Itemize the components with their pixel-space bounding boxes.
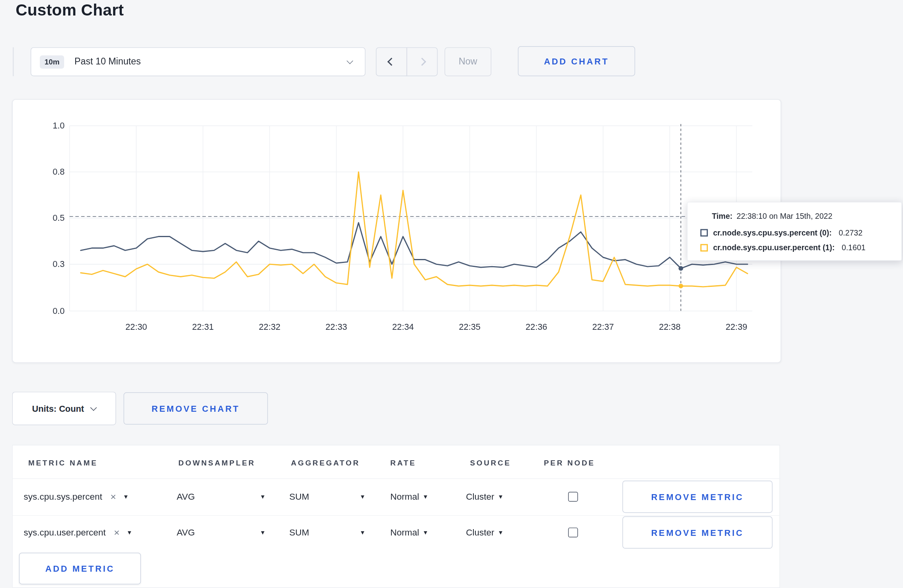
column-header-per-node: PER NODE [544, 459, 595, 467]
units-label: Units: Count [32, 403, 84, 413]
aggregator-dropdown[interactable]: SUM ▾ [289, 527, 365, 537]
source-dropdown[interactable]: Cluster ▾ [466, 492, 502, 502]
chevron-left-icon [387, 58, 396, 66]
caret-down-icon: ▾ [261, 493, 264, 500]
aggregator-value: SUM [289, 527, 309, 537]
now-button[interactable]: Now [445, 47, 491, 76]
series-sys-swatch-icon [700, 229, 708, 237]
aggregator-value: SUM [289, 492, 309, 502]
rate-value: Normal [390, 492, 419, 502]
clear-metric-icon[interactable]: × [114, 528, 119, 537]
per-node-checkbox[interactable] [568, 492, 578, 502]
chart-card: 1.00.80.50.30.022:3022:3122:3222:3322:34… [12, 99, 781, 363]
time-pager [376, 47, 438, 76]
metric-name-label: sys.cpu.user.percent [23, 527, 106, 537]
remove-metric-button[interactable]: REMOVE METRIC [622, 516, 772, 549]
time-range-label: Past 10 Minutes [74, 56, 141, 67]
clear-metric-icon[interactable]: × [110, 492, 116, 502]
column-header-aggregator: AGGREGATOR [291, 459, 360, 467]
tooltip-series-row: cr.node.sys.cpu.user.percent (1): 0.1601 [700, 243, 892, 252]
remove-chart-button[interactable]: REMOVE CHART [123, 392, 268, 424]
series-user-swatch-icon [700, 244, 708, 251]
caret-down-icon: ▾ [424, 529, 427, 536]
svg-text:22:38: 22:38 [659, 322, 680, 332]
svg-text:0.5: 0.5 [53, 213, 64, 223]
svg-text:0.3: 0.3 [53, 259, 64, 269]
tooltip-series-name: cr.node.sys.cpu.user.percent (1): [713, 243, 835, 252]
units-dropdown[interactable]: Units: Count [12, 392, 116, 425]
column-header-source: SOURCE [470, 459, 511, 467]
svg-text:22:31: 22:31 [192, 322, 214, 332]
add-metric-button[interactable]: ADD METRIC [19, 553, 141, 584]
rate-value: Normal [390, 527, 419, 537]
caret-down-icon: ▾ [424, 493, 427, 500]
caret-down-icon: ▾ [124, 493, 128, 500]
metric-name-dropdown[interactable]: sys.cpu.user.percent × ▾ [23, 527, 131, 537]
tooltip-series-value: 0.2732 [838, 228, 862, 237]
svg-text:22:39: 22:39 [725, 322, 747, 332]
tooltip-time-value: 22:38:10 on Mar 15th, 2022 [737, 212, 833, 220]
caret-down-icon: ▾ [499, 493, 502, 500]
tooltip-time-label: Time: [712, 212, 733, 220]
metric-name-label: sys.cpu.sys.percent [23, 492, 102, 502]
add-chart-button[interactable]: ADD CHART [518, 46, 635, 76]
column-header-metric-name: METRIC NAME [28, 459, 98, 467]
aggregator-dropdown[interactable]: SUM ▾ [289, 492, 365, 502]
svg-text:22:33: 22:33 [325, 322, 347, 332]
tooltip-series-name: cr.node.sys.cpu.sys.percent (0): [713, 228, 832, 237]
caret-down-icon: ▾ [128, 529, 131, 536]
downsampler-dropdown[interactable]: AVG ▾ [177, 527, 264, 537]
downsampler-dropdown[interactable]: AVG ▾ [177, 492, 264, 502]
rate-dropdown[interactable]: Normal ▾ [390, 527, 427, 537]
svg-text:22:30: 22:30 [125, 322, 147, 332]
time-range-badge: 10m [40, 55, 64, 68]
metric-row: sys.cpu.sys.percent × ▾ AVG ▾ SUM ▾ Norm… [13, 478, 781, 514]
chevron-down-icon [90, 404, 97, 411]
caret-down-icon: ▾ [499, 529, 502, 536]
svg-text:22:36: 22:36 [526, 322, 547, 332]
caret-down-icon: ▾ [361, 493, 364, 500]
column-header-downsampler: DOWNSAMPLER [178, 459, 255, 467]
caret-down-icon: ▾ [361, 529, 364, 536]
source-value: Cluster [466, 492, 494, 502]
per-node-cell [568, 492, 578, 502]
tooltip-time: Time:22:38:10 on Mar 15th, 2022 [712, 212, 892, 220]
prev-time-button[interactable] [376, 47, 407, 76]
caret-down-icon: ▾ [261, 529, 264, 536]
rate-dropdown[interactable]: Normal ▾ [390, 492, 427, 502]
per-node-cell [568, 528, 578, 537]
svg-text:22:34: 22:34 [392, 322, 414, 332]
remove-metric-button[interactable]: REMOVE METRIC [622, 481, 772, 513]
svg-text:22:35: 22:35 [459, 322, 480, 332]
per-node-checkbox[interactable] [568, 528, 578, 537]
chevron-right-icon [418, 58, 426, 66]
stage: Custom Chart 10m Past 10 Minutes Now ADD… [0, 0, 903, 588]
chart-svg[interactable]: 1.00.80.50.30.022:3022:3122:3222:3322:34… [13, 100, 781, 362]
downsampler-value: AVG [177, 492, 195, 502]
chevron-down-icon [347, 58, 353, 64]
custom-chart-page: Custom Chart 10m Past 10 Minutes Now ADD… [0, 0, 903, 588]
page-title: Custom Chart [16, 1, 124, 19]
chart-tooltip: Time:22:38:10 on Mar 15th, 2022 cr.node.… [687, 202, 902, 261]
svg-text:1.0: 1.0 [53, 121, 64, 130]
metric-row: sys.cpu.user.percent × ▾ AVG ▾ SUM ▾ Nor… [13, 515, 781, 549]
tooltip-series-row: cr.node.sys.cpu.sys.percent (0): 0.2732 [700, 228, 892, 237]
svg-text:22:37: 22:37 [592, 322, 614, 332]
column-header-rate: RATE [390, 459, 416, 467]
next-time-button[interactable] [407, 47, 438, 76]
svg-text:0.8: 0.8 [53, 167, 64, 177]
time-range-dropdown[interactable]: 10m Past 10 Minutes [31, 47, 366, 76]
metric-name-dropdown[interactable]: sys.cpu.sys.percent × ▾ [23, 492, 127, 502]
downsampler-value: AVG [177, 527, 195, 537]
source-value: Cluster [466, 527, 494, 537]
svg-text:22:32: 22:32 [259, 322, 280, 332]
svg-text:0.0: 0.0 [53, 306, 64, 316]
tooltip-series-value: 0.1601 [842, 243, 866, 252]
source-dropdown[interactable]: Cluster ▾ [466, 527, 502, 537]
toolbar-divider [13, 47, 14, 76]
